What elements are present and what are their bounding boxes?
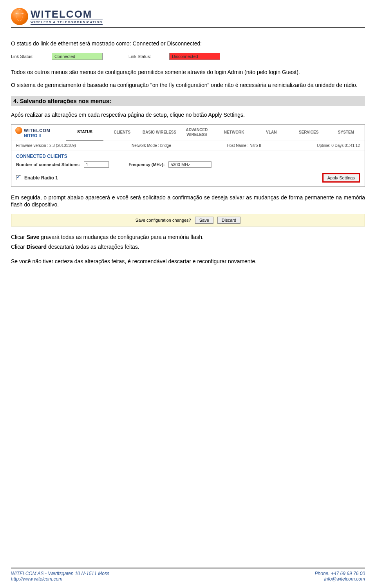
tab-network[interactable]: NETWORK [215,125,253,141]
paragraph-recommendation: Se você não tiver certeza das alterações… [11,258,365,265]
save-config-prompt: Save configuration changes? Save Discard [11,214,365,226]
footer-email: info@witelcom.com [315,576,365,582]
paragraph-admin-only: Todos os outros menus são menus de confi… [11,69,365,76]
tab-basic-wireless[interactable]: BASIC WIRELESS [141,125,178,141]
enable-radio-label: Enable Radio 1 [24,175,58,181]
fw-info: Firmware version : 2.3 (20101109) [16,143,76,148]
footer-divider [11,568,365,568]
mode-info: Network Mode : bridge [132,143,171,148]
page-footer: WITELCOM AS - Værftsgaten 10 N-1511 Moss… [11,568,365,582]
admin-model-text: NITRO II [24,133,41,138]
tab-system[interactable]: SYSTEM [327,125,365,141]
freq-label: Frequency (MHz): [128,162,164,167]
apply-settings-button[interactable]: Apply Settings [322,173,360,183]
tab-services[interactable]: SERVICES [290,125,327,141]
stations-label: Number of connected Stations: [16,162,80,167]
brand-main: WITELCOM [31,8,103,20]
link-status-connected-box: Connected [52,53,103,60]
brand-sub: WIRELESS & TELECOMMUNICATION [31,20,103,25]
footer-address: WITELCOM AS - Værftsgaten 10 N-1511 Moss [11,571,109,576]
paragraph-apply-settings: Após realizar as alterações em cada resp… [11,111,365,119]
witelcom-logo-icon [11,8,28,25]
admin-info-bar: Firmware version : 2.3 (20101109) Networ… [11,141,365,150]
admin-tabs: STATUS CLIENTS BASIC WIRELESS ADVANCED W… [66,125,365,141]
footer-url: http://www.witelcom.com [11,576,109,582]
admin-brand-block: WITELCOM NITRO II [11,125,66,141]
admin-ui-screenshot: WITELCOM NITRO II STATUS CLIENTS BASIC W… [11,124,365,187]
uptime-info: Uptime: 0 Days 01:41:12 [317,143,360,148]
section-4-heading: 4. Salvando alterações nos menus: [11,96,365,106]
admin-brand-text: WITELCOM [24,128,51,133]
enable-radio-row: Enable Radio 1 Apply Settings [11,169,365,186]
paragraph-save-desc: Clicar Save gravará todas as mudanças de… [11,233,365,241]
link-status-label-2: Link Status: [128,54,162,59]
link-status-label-1: Link Status: [11,54,45,59]
connected-clients-section: CONNECTED CLIENTS Number of connected St… [11,150,365,169]
link-status-disconnected-box: Disconnected [169,53,220,60]
brand-text: WITELCOM WIRELESS & TELECOMMUNICATION [31,8,103,25]
tab-advanced-wireless[interactable]: ADVANCED WIRELESS [178,125,215,141]
paragraph-on-the-fly: O sistema de gerenciamento é baseado na … [11,81,365,89]
host-info: Host Name : Nitro II [227,143,261,148]
header-divider [11,27,365,28]
freq-value: 5300 MHz [168,161,212,168]
witelcom-mini-logo-icon [15,127,22,134]
paragraph-status-intro: O status do link de ethernet será mostra… [11,40,365,47]
stations-value: 1 [84,161,109,168]
page-header: WITELCOM WIRELESS & TELECOMMUNICATION [11,8,365,25]
paragraph-prompt-info: Em seguida, o prompt abaixo aparecerá e … [11,194,365,209]
tab-clients[interactable]: CLIENTS [103,125,141,141]
link-status-examples: Link Status: Connected Link Status: Disc… [11,53,365,60]
tab-status[interactable]: STATUS [66,125,103,141]
connected-clients-title: CONNECTED CLIENTS [16,154,360,159]
save-question: Save configuration changes? [136,218,191,223]
discard-button[interactable]: Discard [217,217,240,224]
paragraph-discard-desc: Clicar Discard descartará todas as alter… [11,243,365,251]
footer-right: Phone. +47 69 69 76 00 info@witelcom.com [315,571,365,582]
admin-top-row: WITELCOM NITRO II STATUS CLIENTS BASIC W… [11,125,365,141]
enable-radio-checkbox[interactable] [16,175,21,180]
tab-vlan[interactable]: VLAN [253,125,290,141]
footer-left: WITELCOM AS - Værftsgaten 10 N-1511 Moss… [11,571,109,582]
save-button[interactable]: Save [195,217,213,224]
footer-phone: Phone. +47 69 69 76 00 [315,571,365,576]
